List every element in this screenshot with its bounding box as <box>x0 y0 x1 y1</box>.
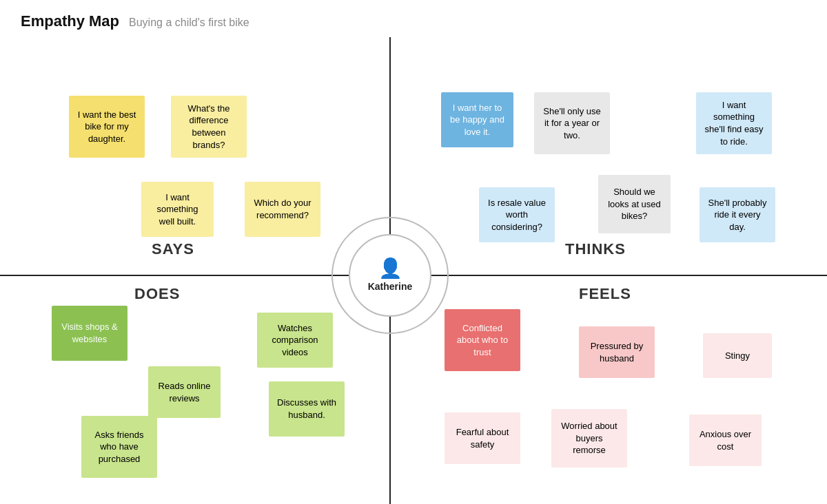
empathy-map: SAYS THINKS DOES FEELS 👤 Katherine I wan… <box>0 37 827 504</box>
page-title: Empathy Map <box>21 12 119 30</box>
note-f2: Pressured by husband <box>579 326 655 378</box>
note-s4: Which do your recommend? <box>245 182 320 237</box>
person-icon: 👤 <box>378 259 402 278</box>
note-d1: Visits shops & websites <box>52 306 127 361</box>
note-d2: Reads online reviews <box>148 366 221 418</box>
note-f6: Anxious over cost <box>689 414 762 466</box>
feels-label: FEELS <box>579 285 631 303</box>
thinks-label: THINKS <box>565 240 626 258</box>
note-s3: I want something well built. <box>141 182 214 237</box>
note-s1: I want the best bike for my daughter. <box>69 96 145 158</box>
note-f5: Worried about buyers remorse <box>551 409 627 468</box>
says-label: SAYS <box>152 240 194 258</box>
note-t3: I want something she'll find easy to rid… <box>696 92 772 154</box>
note-t6: She'll probably ride it every day. <box>700 187 775 242</box>
note-f3: Stingy <box>703 333 772 378</box>
page-subtitle: Buying a child's first bike <box>129 17 249 29</box>
note-d5: Discusses with husband. <box>269 381 345 437</box>
note-t5: Should we looks at used bikes? <box>598 175 671 233</box>
note-s2: What's the difference between brands? <box>171 96 247 158</box>
note-t2: She'll only use it for a year or two. <box>534 92 610 154</box>
center-circle-inner: 👤 Katherine <box>349 234 431 317</box>
note-d4: Watches comparison videos <box>257 313 333 368</box>
note-d3: Asks friends who have purchased <box>81 416 157 478</box>
note-t4: Is resale value worth considering? <box>479 187 555 242</box>
does-label: DOES <box>134 285 180 303</box>
center-circle-outer: 👤 Katherine <box>331 217 449 334</box>
header: Empathy Map Buying a child's first bike <box>0 0 827 37</box>
note-t1: I want her to be happy and love it. <box>441 92 513 147</box>
person-name: Katherine <box>368 281 413 292</box>
note-f4: Fearful about safety <box>445 412 520 464</box>
note-f1: Conflicted about who to trust <box>445 309 520 371</box>
